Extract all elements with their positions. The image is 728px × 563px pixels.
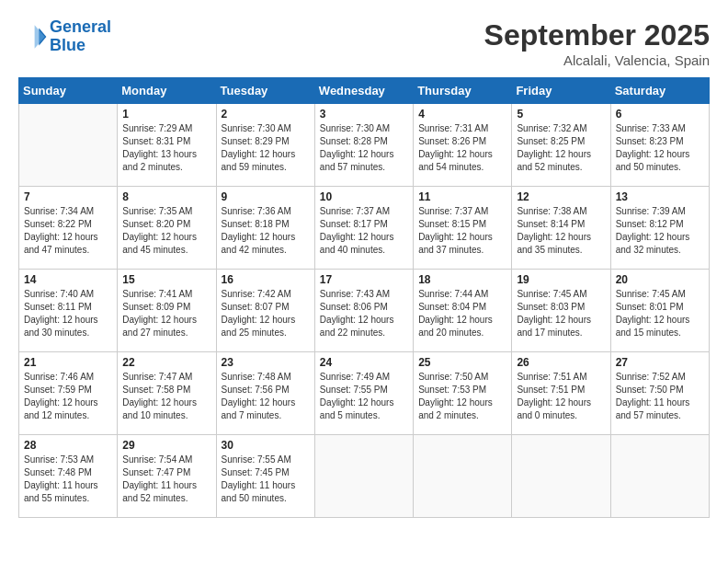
day-number: 7: [24, 190, 112, 203]
calendar-cell: [314, 435, 413, 518]
day-number: 13: [616, 190, 704, 203]
calendar-week-row: 1Sunrise: 7:29 AMSunset: 8:31 PMDaylight…: [19, 104, 710, 187]
calendar-cell: 20Sunrise: 7:45 AMSunset: 8:01 PMDayligh…: [610, 270, 709, 352]
day-info: Sunrise: 7:30 AMSunset: 8:29 PMDaylight:…: [222, 122, 310, 174]
calendar-cell: 24Sunrise: 7:49 AMSunset: 7:55 PMDayligh…: [314, 352, 413, 435]
day-number: 12: [517, 190, 605, 203]
day-number: 17: [320, 273, 408, 286]
calendar: SundayMondayTuesdayWednesdayThursdayFrid…: [18, 77, 710, 518]
logo-text: General Blue: [50, 18, 111, 55]
day-number: 19: [517, 273, 605, 286]
day-number: 28: [24, 439, 112, 452]
day-info: Sunrise: 7:51 AMSunset: 7:51 PMDaylight:…: [517, 371, 605, 422]
day-info: Sunrise: 7:38 AMSunset: 8:14 PMDaylight:…: [517, 205, 605, 257]
calendar-cell: 27Sunrise: 7:52 AMSunset: 7:50 PMDayligh…: [610, 352, 709, 435]
calendar-cell: [512, 435, 610, 518]
day-info: Sunrise: 7:37 AMSunset: 8:17 PMDaylight:…: [320, 205, 408, 257]
day-number: 3: [320, 108, 408, 121]
calendar-cell: 28Sunrise: 7:53 AMSunset: 7:48 PMDayligh…: [19, 435, 118, 518]
calendar-cell: 11Sunrise: 7:37 AMSunset: 8:15 PMDayligh…: [414, 187, 512, 270]
day-number: 8: [122, 190, 210, 203]
day-of-week-header: Sunday: [19, 78, 118, 104]
calendar-cell: 16Sunrise: 7:42 AMSunset: 8:07 PMDayligh…: [216, 270, 314, 352]
calendar-cell: 21Sunrise: 7:46 AMSunset: 7:59 PMDayligh…: [19, 352, 118, 435]
calendar-cell: 23Sunrise: 7:48 AMSunset: 7:56 PMDayligh…: [216, 352, 314, 435]
day-number: 15: [122, 273, 210, 286]
day-info: Sunrise: 7:49 AMSunset: 7:55 PMDaylight:…: [320, 371, 408, 422]
day-number: 30: [222, 439, 310, 452]
calendar-cell: 3Sunrise: 7:30 AMSunset: 8:28 PMDaylight…: [314, 104, 413, 187]
calendar-cell: [19, 104, 118, 187]
calendar-cell: 19Sunrise: 7:45 AMSunset: 8:03 PMDayligh…: [512, 270, 610, 352]
day-info: Sunrise: 7:48 AMSunset: 7:56 PMDaylight:…: [222, 371, 310, 422]
day-number: 21: [24, 356, 112, 369]
day-number: 23: [222, 356, 310, 369]
calendar-cell: 25Sunrise: 7:50 AMSunset: 7:53 PMDayligh…: [414, 352, 512, 435]
day-info: Sunrise: 7:30 AMSunset: 8:28 PMDaylight:…: [320, 122, 408, 174]
day-number: 24: [320, 356, 408, 369]
day-info: Sunrise: 7:37 AMSunset: 8:15 PMDaylight:…: [418, 205, 506, 257]
calendar-cell: 7Sunrise: 7:34 AMSunset: 8:22 PMDaylight…: [19, 187, 118, 270]
day-of-week-header: Wednesday: [314, 78, 413, 104]
calendar-cell: [414, 435, 512, 518]
calendar-cell: 26Sunrise: 7:51 AMSunset: 7:51 PMDayligh…: [512, 352, 610, 435]
day-info: Sunrise: 7:44 AMSunset: 8:04 PMDaylight:…: [418, 288, 506, 339]
day-info: Sunrise: 7:32 AMSunset: 8:25 PMDaylight:…: [517, 122, 605, 174]
day-info: Sunrise: 7:39 AMSunset: 8:12 PMDaylight:…: [616, 205, 704, 257]
day-info: Sunrise: 7:35 AMSunset: 8:20 PMDaylight:…: [122, 205, 210, 257]
day-number: 2: [222, 108, 310, 121]
day-number: 27: [616, 356, 704, 369]
day-number: 16: [222, 273, 310, 286]
calendar-cell: 12Sunrise: 7:38 AMSunset: 8:14 PMDayligh…: [512, 187, 610, 270]
calendar-cell: 14Sunrise: 7:40 AMSunset: 8:11 PMDayligh…: [19, 270, 118, 352]
calendar-cell: 22Sunrise: 7:47 AMSunset: 7:58 PMDayligh…: [118, 352, 216, 435]
day-info: Sunrise: 7:34 AMSunset: 8:22 PMDaylight:…: [24, 205, 112, 257]
calendar-week-row: 21Sunrise: 7:46 AMSunset: 7:59 PMDayligh…: [19, 352, 710, 435]
title-block: September 2025 Alcalali, Valencia, Spain: [484, 18, 710, 68]
day-info: Sunrise: 7:31 AMSunset: 8:26 PMDaylight:…: [418, 122, 506, 174]
day-info: Sunrise: 7:45 AMSunset: 8:03 PMDaylight:…: [517, 288, 605, 339]
day-number: 18: [418, 273, 506, 286]
day-info: Sunrise: 7:50 AMSunset: 7:53 PMDaylight:…: [418, 371, 506, 422]
day-number: 11: [418, 190, 506, 203]
day-info: Sunrise: 7:54 AMSunset: 7:47 PMDaylight:…: [122, 454, 210, 505]
day-info: Sunrise: 7:40 AMSunset: 8:11 PMDaylight:…: [24, 288, 112, 339]
day-info: Sunrise: 7:41 AMSunset: 8:09 PMDaylight:…: [122, 288, 210, 339]
calendar-cell: 6Sunrise: 7:33 AMSunset: 8:23 PMDaylight…: [610, 104, 709, 187]
day-number: 9: [222, 190, 310, 203]
calendar-cell: [610, 435, 709, 518]
day-info: Sunrise: 7:45 AMSunset: 8:01 PMDaylight:…: [616, 288, 704, 339]
day-of-week-header: Tuesday: [216, 78, 314, 104]
day-info: Sunrise: 7:42 AMSunset: 8:07 PMDaylight:…: [222, 288, 310, 339]
day-number: 5: [517, 108, 605, 121]
calendar-cell: 4Sunrise: 7:31 AMSunset: 8:26 PMDaylight…: [414, 104, 512, 187]
day-info: Sunrise: 7:47 AMSunset: 7:58 PMDaylight:…: [122, 371, 210, 422]
calendar-cell: 8Sunrise: 7:35 AMSunset: 8:20 PMDaylight…: [118, 187, 216, 270]
calendar-week-row: 14Sunrise: 7:40 AMSunset: 8:11 PMDayligh…: [19, 270, 710, 352]
calendar-cell: 1Sunrise: 7:29 AMSunset: 8:31 PMDaylight…: [118, 104, 216, 187]
day-of-week-header: Friday: [512, 78, 610, 104]
logo: General Blue: [18, 18, 111, 55]
calendar-cell: 2Sunrise: 7:30 AMSunset: 8:29 PMDaylight…: [216, 104, 314, 187]
calendar-cell: 17Sunrise: 7:43 AMSunset: 8:06 PMDayligh…: [314, 270, 413, 352]
day-number: 22: [122, 356, 210, 369]
day-info: Sunrise: 7:53 AMSunset: 7:48 PMDaylight:…: [24, 454, 112, 505]
day-info: Sunrise: 7:43 AMSunset: 8:06 PMDaylight:…: [320, 288, 408, 339]
svg-marker-1: [35, 25, 45, 49]
calendar-week-row: 28Sunrise: 7:53 AMSunset: 7:48 PMDayligh…: [19, 435, 710, 518]
day-of-week-header: Thursday: [414, 78, 512, 104]
location: Alcalali, Valencia, Spain: [484, 52, 710, 68]
logo-line1: General: [50, 17, 111, 36]
day-info: Sunrise: 7:36 AMSunset: 8:18 PMDaylight:…: [222, 205, 310, 257]
day-number: 20: [616, 273, 704, 286]
calendar-cell: 15Sunrise: 7:41 AMSunset: 8:09 PMDayligh…: [118, 270, 216, 352]
calendar-cell: 18Sunrise: 7:44 AMSunset: 8:04 PMDayligh…: [414, 270, 512, 352]
day-number: 25: [418, 356, 506, 369]
day-number: 26: [517, 356, 605, 369]
calendar-cell: 9Sunrise: 7:36 AMSunset: 8:18 PMDaylight…: [216, 187, 314, 270]
calendar-cell: 29Sunrise: 7:54 AMSunset: 7:47 PMDayligh…: [118, 435, 216, 518]
calendar-cell: 30Sunrise: 7:55 AMSunset: 7:45 PMDayligh…: [216, 435, 314, 518]
page: General Blue September 2025 Alcalali, Va…: [0, 0, 728, 563]
calendar-header-row: SundayMondayTuesdayWednesdayThursdayFrid…: [19, 78, 710, 104]
logo-line2: Blue: [50, 37, 111, 55]
